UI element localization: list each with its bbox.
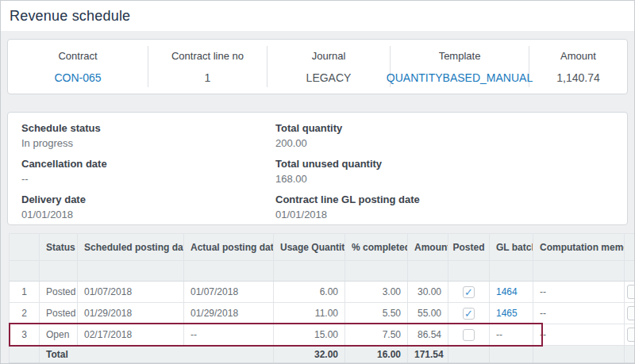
table-row[interactable]: 2 Posted 01/29/2018 01/29/2018 11.00 5.5… [10, 303, 635, 324]
total-label: Total [40, 346, 274, 363]
gl-batch-cell: 1465 [490, 303, 533, 324]
actual-posting-date-cell: -- [184, 324, 274, 346]
summary-field-amount: Amount 1,140.74 [529, 46, 627, 87]
row-action-button-cut[interactable] [627, 306, 635, 320]
detail-schedule-status: Schedule status In progress [21, 122, 275, 150]
actions-cell-cut [625, 324, 635, 346]
schedule-table: Status Scheduled posting date Actual pos… [9, 233, 635, 363]
total-unused-quantity-value: 168.00 [275, 173, 627, 186]
col-header-scheduled-posting-date[interactable]: Scheduled posting date [78, 234, 184, 261]
col-header-row-number [10, 234, 40, 261]
cancellation-date-value: -- [21, 173, 275, 186]
total-amount: 171.54 [408, 346, 448, 363]
summary-field-template: Template QUANTITYBASED_MANUAL [391, 46, 529, 87]
page-title: Revenue schedule [10, 8, 130, 25]
amount-cell: 86.54 [408, 324, 448, 346]
col-header-pct-completed[interactable]: % completed [345, 234, 408, 261]
actual-posting-date-cell: 01/29/2018 [184, 303, 274, 324]
scheduled-posting-date-cell: 01/29/2018 [78, 303, 184, 324]
usage-quantity-cell: 6.00 [274, 282, 345, 303]
total-quantity-value: 200.00 [275, 137, 627, 150]
title-bar: Revenue schedule [1, 1, 634, 31]
col-header-computation-memo[interactable]: Computation memo [533, 234, 625, 261]
schedule-details-card: Schedule status In progress Cancellation… [7, 112, 628, 225]
table-header-row: Status Scheduled posting date Actual pos… [10, 234, 635, 261]
amount-value: 1,140.74 [556, 71, 600, 84]
row-action-button-cut[interactable] [627, 328, 635, 342]
detail-total-unused-quantity: Total unused quantity 168.00 [275, 158, 627, 186]
gl-batch-link[interactable]: 1464 [496, 286, 518, 297]
posted-checkbox[interactable]: ✓ [463, 308, 475, 320]
col-header-gl-batch[interactable]: GL batch [490, 234, 533, 261]
amount-cell: 55.00 [408, 303, 448, 324]
total-quantity-label: Total quantity [275, 122, 627, 135]
col-header-actual-posting-date[interactable]: Actual posting date [184, 234, 274, 261]
contract-line-no-label: Contract line no [171, 50, 244, 62]
pct-completed-cell: 5.50 [345, 303, 408, 324]
table-row-highlighted[interactable]: 3 Open 02/17/2018 -- 15.00 7.50 86.54 --… [10, 324, 635, 346]
col-header-amount[interactable]: Amount [408, 234, 448, 261]
schedule-status-value: In progress [21, 137, 275, 150]
gl-posting-date-label: Contract line GL posting date [275, 193, 627, 206]
row-number: 1 [10, 282, 40, 303]
total-usage-quantity: 32.00 [274, 346, 345, 363]
summary-field-contract-line-no: Contract line no 1 [148, 46, 267, 87]
col-header-usage-quantity[interactable]: Usage Quantity [274, 234, 345, 261]
cancellation-date-label: Cancellation date [21, 158, 275, 171]
contract-link[interactable]: CON-065 [54, 71, 101, 84]
computation-memo-cell: -- [533, 303, 625, 324]
posted-cell [448, 324, 490, 346]
contract-label: Contract [58, 50, 97, 62]
gl-batch-cell: -- [490, 324, 533, 346]
pct-completed-cell: 7.50 [345, 324, 408, 346]
table-total-row: Total 32.00 16.00 171.54 [10, 346, 635, 363]
journal-value: LEGACY [306, 71, 352, 84]
journal-label: Journal [312, 50, 346, 62]
posted-cell: ✓ [448, 282, 490, 303]
posted-cell: ✓ [448, 303, 490, 324]
template-link[interactable]: QUANTITYBASED_MANUAL [387, 71, 533, 84]
row-number: 3 [10, 324, 40, 346]
page-content: Contract CON-065 Contract line no 1 Jour… [1, 31, 634, 363]
detail-gl-posting-date: Contract line GL posting date 01/01/2018 [275, 193, 627, 221]
revenue-schedule-page: Revenue schedule Contract CON-065 Contra… [0, 0, 635, 364]
posted-checkbox[interactable] [463, 329, 475, 341]
gl-batch-link[interactable]: 1465 [496, 308, 518, 319]
computation-memo-cell: -- [533, 324, 625, 346]
row-action-button-cut[interactable] [627, 285, 635, 299]
table-row[interactable]: 1 Posted 01/07/2018 01/07/2018 6.00 3.00… [10, 282, 635, 303]
total-pct-completed: 16.00 [345, 346, 408, 363]
summary-field-contract: Contract CON-065 [8, 46, 148, 87]
schedule-status-label: Schedule status [21, 122, 275, 135]
actual-posting-date-cell: 01/07/2018 [184, 282, 274, 303]
details-right-column: Total quantity 200.00 Total unused quant… [275, 122, 627, 224]
detail-total-quantity: Total quantity 200.00 [275, 122, 627, 150]
table-header-spacer-row [10, 261, 635, 282]
posted-checkbox[interactable]: ✓ [463, 286, 475, 298]
actions-cell-cut [625, 303, 635, 324]
usage-quantity-cell: 11.00 [274, 303, 345, 324]
status-cell: Posted [40, 303, 78, 324]
gl-posting-date-value: 01/01/2018 [275, 209, 627, 221]
delivery-date-value: 01/01/2018 [21, 209, 275, 221]
amount-label: Amount [560, 50, 596, 62]
summary-field-journal: Journal LEGACY [267, 46, 391, 87]
delivery-date-label: Delivery date [21, 193, 275, 206]
contract-line-no-value: 1 [205, 71, 211, 84]
scheduled-posting-date-cell: 01/07/2018 [78, 282, 184, 303]
computation-memo-cell: -- [533, 282, 625, 303]
status-cell: Open [40, 324, 78, 346]
col-header-posted[interactable]: Posted [448, 234, 490, 261]
template-label: Template [439, 50, 481, 62]
detail-delivery-date: Delivery date 01/01/2018 [21, 193, 275, 221]
col-header-status[interactable]: Status [40, 234, 78, 261]
pct-completed-cell: 3.00 [345, 282, 408, 303]
status-cell: Posted [40, 282, 78, 303]
detail-cancellation-date: Cancellation date -- [21, 158, 275, 186]
col-header-actions-cut [625, 234, 635, 261]
contract-summary-card: Contract CON-065 Contract line no 1 Jour… [7, 39, 628, 94]
actions-cell-cut [625, 282, 635, 303]
total-unused-quantity-label: Total unused quantity [275, 158, 627, 171]
details-left-column: Schedule status In progress Cancellation… [21, 122, 275, 224]
gl-batch-cell: 1464 [490, 282, 533, 303]
